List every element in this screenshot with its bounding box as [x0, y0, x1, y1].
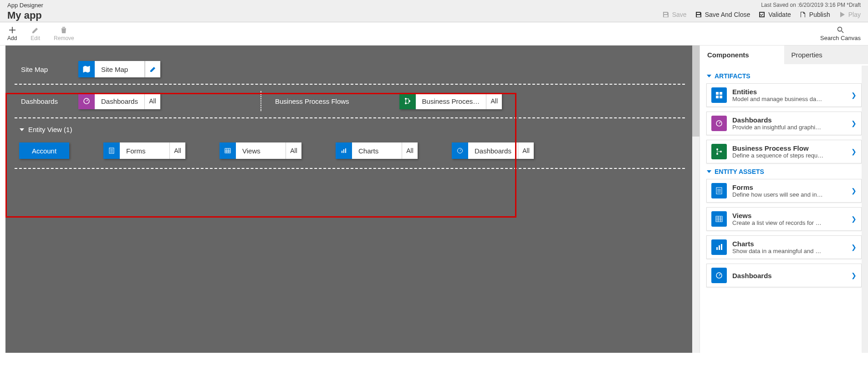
views-all-label[interactable]: All — [286, 142, 301, 159]
svg-rect-19 — [716, 92, 719, 95]
svg-point-4 — [405, 102, 407, 104]
card-title: Business Process Flow — [732, 144, 851, 152]
asset-forms[interactable]: FormsDefine how users will see and in… ❯ — [706, 179, 862, 203]
form-icon — [103, 142, 120, 159]
asset-dashboards[interactable]: Dashboards ❯ — [706, 264, 862, 287]
entity-dashboards-all-label[interactable]: All — [518, 142, 534, 159]
page-title: My app — [7, 10, 43, 21]
dashboards-tile[interactable]: Dashboards All — [78, 93, 160, 109]
svg-rect-38 — [721, 244, 722, 250]
account-tile[interactable]: Account — [19, 142, 69, 159]
svg-rect-21 — [716, 96, 719, 98]
bpf-tile[interactable]: Business Proces… All — [399, 93, 502, 109]
artifact-entities[interactable]: EntitiesModel and manage business da… ❯ — [706, 83, 862, 107]
design-canvas[interactable]: Site Map Site Map Dashboards — [5, 46, 694, 353]
card-title: Dashboards — [732, 116, 851, 124]
svg-line-1 — [842, 31, 843, 33]
svg-point-24 — [716, 148, 718, 150]
site-map-tile[interactable]: Site Map — [78, 61, 160, 77]
add-button[interactable]: Add — [7, 26, 17, 41]
pencil-icon — [149, 66, 157, 73]
svg-rect-22 — [720, 96, 722, 98]
forms-tile[interactable]: Forms All — [103, 142, 185, 159]
gauge-icon — [711, 116, 727, 131]
main-area: Site Map Site Map Dashboards — [0, 46, 868, 353]
chevron-right-icon: ❯ — [851, 244, 857, 251]
gauge-icon — [711, 268, 727, 283]
svg-rect-17 — [345, 148, 346, 153]
card-desc: Define a sequence of steps requ… — [732, 152, 851, 159]
artifacts-section-header[interactable]: ARTIFACTS — [706, 72, 862, 80]
search-canvas-button[interactable]: Search Canvas — [820, 26, 861, 41]
plus-icon — [8, 26, 16, 34]
pencil-icon — [31, 26, 40, 34]
canvas-scrollbar[interactable] — [692, 46, 700, 353]
card-title: Forms — [732, 183, 851, 191]
artifact-dashboards[interactable]: DashboardsProvide an insightful and grap… — [706, 112, 862, 135]
chart-icon — [336, 142, 352, 159]
views-tile[interactable]: Views All — [220, 142, 301, 159]
svg-rect-10 — [225, 148, 230, 153]
dashboards-all-label[interactable]: All — [145, 93, 160, 109]
card-desc: Define how users will see and in… — [732, 191, 851, 198]
svg-point-3 — [405, 98, 407, 100]
save-button: Save — [662, 11, 687, 18]
asset-charts[interactable]: ChartsShow data in a meaningful and … ❯ — [706, 235, 862, 259]
card-title: Dashboards — [732, 272, 851, 280]
play-icon — [838, 11, 846, 18]
toolbar: Add Edit Remove Search Canvas — [0, 22, 868, 46]
play-button: Play — [838, 11, 861, 18]
chevron-right-icon: ❯ — [851, 215, 857, 223]
save-and-close-button[interactable]: Save And Close — [695, 11, 751, 18]
site-map-label: Site Map — [15, 66, 78, 73]
entity-view-header[interactable]: Entity View (1) — [15, 118, 685, 138]
bpf-label: Business Process Flows — [275, 97, 349, 105]
charts-tile-label: Charts — [352, 142, 402, 159]
trash-icon — [60, 26, 68, 34]
chart-icon — [711, 239, 727, 255]
last-saved-label: Last Saved on :6/20/2019 3:16 PM *Draft — [761, 2, 861, 8]
flow-icon — [399, 93, 416, 109]
card-title: Views — [732, 212, 851, 219]
chevron-right-icon: ❯ — [851, 91, 857, 99]
publish-button[interactable]: Publish — [799, 11, 830, 18]
tab-components[interactable]: Components — [700, 46, 784, 64]
artifact-bpf[interactable]: Business Process FlowDefine a sequence o… — [706, 140, 862, 163]
chevron-right-icon: ❯ — [851, 120, 857, 127]
side-panel-scrollbar[interactable] — [862, 66, 868, 353]
svg-point-0 — [837, 27, 842, 31]
publish-icon — [799, 11, 807, 18]
charts-tile[interactable]: Charts All — [336, 142, 418, 159]
svg-point-26 — [720, 151, 722, 152]
card-desc: Create a list view of records for … — [732, 219, 851, 226]
asset-views[interactable]: ViewsCreate a list view of records for …… — [706, 207, 862, 231]
card-title: Charts — [732, 240, 851, 248]
tab-properties[interactable]: Properties — [784, 46, 868, 64]
side-panel: Components Properties ARTIFACTS Entities… — [700, 46, 868, 353]
site-map-edit-button[interactable] — [145, 61, 160, 77]
chevron-down-icon — [19, 127, 25, 132]
dashboards-tile-label: Dashboards — [95, 93, 145, 109]
save-icon — [662, 11, 669, 18]
chevron-down-icon — [706, 169, 712, 174]
grid-icon — [711, 87, 727, 103]
breadcrumb: App Designer — [7, 2, 43, 9]
scrollbar-thumb[interactable] — [692, 46, 700, 137]
vertical-divider — [260, 91, 261, 111]
forms-all-label[interactable]: All — [170, 142, 185, 159]
validate-button[interactable]: Validate — [758, 11, 791, 18]
charts-all-label[interactable]: All — [402, 142, 418, 159]
chevron-right-icon: ❯ — [851, 272, 857, 279]
svg-rect-37 — [719, 245, 720, 250]
chevron-down-icon — [706, 73, 712, 79]
validate-icon — [758, 11, 766, 18]
form-icon — [711, 183, 727, 198]
svg-rect-36 — [716, 247, 718, 250]
entity-dashboards-tile[interactable]: Dashboards All — [452, 142, 534, 159]
entity-assets-section-header[interactable]: ENTITY ASSETS — [706, 168, 862, 175]
chevron-right-icon: ❯ — [851, 187, 857, 194]
remove-button: Remove — [54, 26, 74, 41]
svg-rect-20 — [720, 92, 722, 95]
canvas-container: Site Map Site Map Dashboards — [0, 46, 700, 353]
bpf-all-label[interactable]: All — [486, 93, 502, 109]
